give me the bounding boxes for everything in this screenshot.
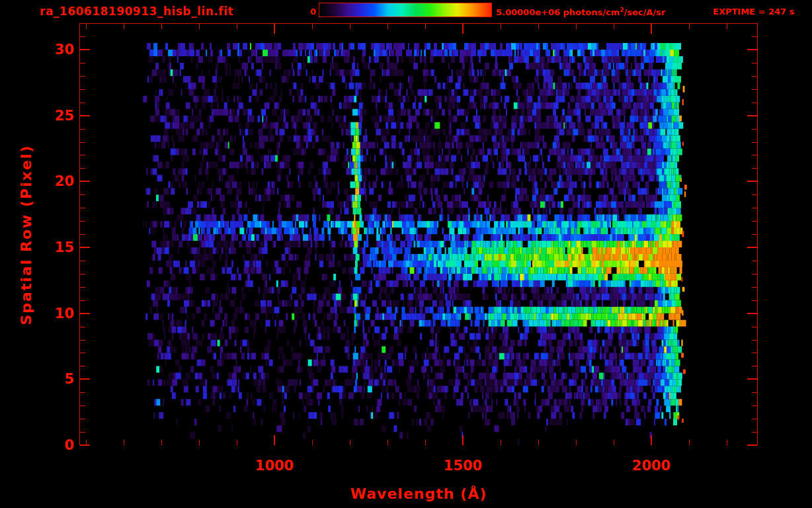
x-axis-tick <box>501 24 501 29</box>
y-axis-tick <box>80 63 85 64</box>
x-axis-tick <box>237 24 237 29</box>
x-axis-tick <box>576 440 577 445</box>
y-axis-tick <box>80 142 85 143</box>
y-axis-tick <box>747 181 757 182</box>
y-axis-tick <box>747 115 757 116</box>
y-axis-tick <box>752 261 757 261</box>
colorbar-max-units-label: 5.00000e+06 photons/cm2/sec/A/sr <box>496 7 665 17</box>
x-axis-tick <box>387 440 388 445</box>
y-axis-tick <box>80 247 90 248</box>
x-axis-tick-label: 2000 <box>622 458 681 474</box>
y-axis-tick <box>752 208 757 208</box>
y-axis-tick-label: 30 <box>34 42 74 58</box>
y-axis-tick <box>80 221 85 222</box>
y-axis-tick <box>752 432 757 433</box>
y-axis-tick <box>80 49 90 50</box>
y-axis-tick-label: 10 <box>34 306 74 321</box>
y-axis-tick <box>80 287 85 288</box>
x-axis-tick <box>161 440 162 445</box>
x-axis-tick <box>199 440 200 445</box>
spectral-heatmap <box>80 24 757 445</box>
x-axis-tick <box>501 440 501 445</box>
colorbar-min-label: 0 <box>276 7 316 17</box>
y-axis-tick <box>752 194 757 195</box>
x-axis-tick <box>651 24 652 34</box>
x-axis-title: Wavelength (Å) <box>260 486 577 502</box>
x-axis-tick <box>350 440 350 445</box>
y-axis-tick <box>752 103 757 103</box>
y-axis-tick <box>752 419 757 419</box>
y-axis-tick <box>80 366 85 366</box>
x-axis-tick <box>199 24 200 29</box>
y-axis-tick <box>752 392 757 393</box>
x-axis-tick <box>727 24 727 29</box>
y-axis-tick-label: 0 <box>34 437 74 453</box>
y-axis-tick <box>80 168 85 169</box>
x-axis-tick <box>124 24 124 29</box>
y-axis-tick <box>80 181 90 182</box>
y-axis-tick <box>747 378 757 380</box>
y-axis-tick <box>80 76 85 77</box>
y-axis-tick <box>747 49 757 50</box>
y-axis-tick <box>752 234 757 235</box>
y-axis-tick <box>752 168 757 169</box>
exptime-label: EXPTIME = 247 s <box>713 7 794 17</box>
x-axis-tick <box>462 435 464 445</box>
y-axis-tick <box>80 36 85 37</box>
y-axis-tick <box>752 63 757 64</box>
x-axis-tick <box>86 24 87 29</box>
x-axis-tick <box>124 440 124 445</box>
x-axis-tick <box>425 440 426 445</box>
x-axis-tick <box>614 440 614 445</box>
x-axis-tick <box>576 24 577 29</box>
x-axis-tick <box>689 440 690 445</box>
y-axis-tick <box>80 340 85 341</box>
colorbar <box>319 3 492 17</box>
y-axis-tick <box>80 89 85 90</box>
y-axis-tick-label: 25 <box>34 108 74 124</box>
y-axis-tick <box>752 221 757 222</box>
x-axis-tick <box>727 440 727 445</box>
x-axis-tick-label: 1000 <box>245 458 304 474</box>
y-axis-tick <box>752 353 757 353</box>
spectral-image-window: ra_160618190913_hisb_lin.fit 0 5.00000e+… <box>0 0 812 508</box>
x-axis-tick <box>651 435 652 445</box>
y-axis-tick <box>752 327 757 327</box>
colorbar-max-value: 5.00000e+06 photons/cm <box>496 7 620 17</box>
y-axis-tick <box>752 89 757 90</box>
y-axis-tick-label: 15 <box>34 239 74 255</box>
x-axis-tick <box>350 24 350 29</box>
y-axis-tick <box>752 287 757 288</box>
y-axis-tick <box>80 378 90 380</box>
y-axis-tick <box>80 300 85 301</box>
y-axis-tick <box>80 129 85 130</box>
x-axis-tick-label: 1500 <box>433 458 493 474</box>
x-axis-tick <box>161 24 162 29</box>
x-axis-tick <box>425 24 426 29</box>
y-axis-tick <box>752 405 757 406</box>
colorbar-units-suffix: /sec/A/sr <box>624 7 665 17</box>
file-name-title: ra_160618190913_hisb_lin.fit <box>40 5 233 18</box>
y-axis-tick <box>80 313 90 314</box>
y-axis-tick <box>80 274 85 275</box>
y-axis-tick <box>752 142 757 143</box>
x-axis-tick <box>538 440 539 445</box>
y-axis-tick <box>752 155 757 155</box>
y-axis-tick <box>752 129 757 130</box>
y-axis-tick <box>747 247 757 248</box>
y-axis-tick <box>80 155 85 155</box>
y-axis-tick <box>752 366 757 366</box>
y-axis-tick <box>80 392 85 393</box>
y-axis-tick <box>752 300 757 301</box>
x-axis-tick <box>274 435 275 445</box>
y-axis-tick <box>80 194 85 195</box>
y-axis-tick <box>80 405 85 406</box>
x-axis-tick <box>689 24 690 29</box>
x-axis-tick <box>274 24 275 34</box>
y-axis-tick <box>80 261 85 261</box>
y-axis-tick-label: 5 <box>34 371 74 387</box>
y-axis-tick <box>80 419 85 419</box>
x-axis-tick <box>614 24 614 29</box>
x-axis-tick <box>538 24 539 29</box>
y-axis-title: Spatial Row (Pixel) <box>18 89 38 380</box>
